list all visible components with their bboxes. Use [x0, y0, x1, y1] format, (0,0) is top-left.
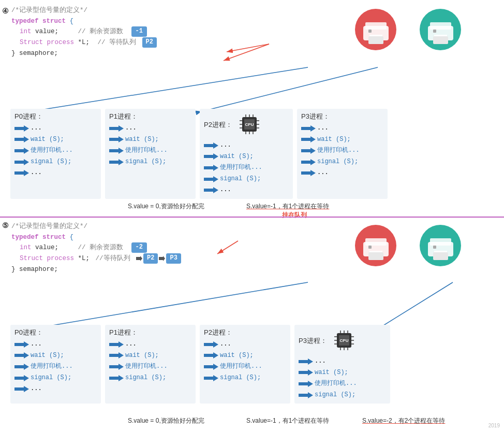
svg-marker-56	[136, 256, 142, 261]
process-code-p3-5: ... wait (S); 使用打印机... signal (S);	[299, 356, 386, 400]
code-comment-5: /*记录型信号量的定义*/	[11, 221, 181, 232]
svg-marker-50	[204, 187, 218, 193]
svg-rect-60	[365, 238, 387, 246]
svg-rect-21	[434, 35, 447, 36]
svg-rect-69	[434, 251, 447, 252]
section-num-4: ④	[2, 7, 9, 15]
svg-marker-55	[301, 170, 316, 176]
svg-marker-29	[109, 148, 124, 154]
svg-text:CPU: CPU	[245, 122, 254, 127]
svg-line-3	[227, 44, 269, 52]
code-block-4: /*记录型信号量的定义*/ typedef struct { int value…	[11, 5, 157, 59]
svg-marker-70	[14, 341, 29, 348]
svg-marker-74	[14, 386, 29, 392]
code-line2-4: Struct process *L; // 等待队列 P2	[11, 37, 157, 48]
processes-row-5: P0进程： ... wait (S); 使用打印机... signal (S);…	[10, 325, 390, 404]
printer-idle-4	[419, 8, 463, 53]
code-comment-4: /*记录型信号量的定义*/	[11, 5, 157, 16]
svg-marker-101	[299, 392, 313, 398]
printer-busy-4	[354, 8, 398, 53]
svg-marker-27	[109, 125, 124, 132]
svg-rect-68	[433, 246, 436, 249]
svg-marker-100	[299, 381, 313, 387]
status-4-1: S.value = 0,资源恰好分配完	[128, 202, 204, 211]
status-5-1: S.value = 0,资源恰好分配完	[128, 416, 204, 425]
proc-line: ...	[14, 123, 97, 134]
svg-marker-78	[109, 375, 124, 381]
proc-line: ...	[301, 167, 383, 179]
svg-marker-53	[301, 148, 316, 154]
process-col-p3-4: P3进程： ... wait (S); 使用打印机...	[297, 109, 388, 199]
proc-line: 使用打印机...	[109, 145, 191, 156]
svg-marker-81	[204, 364, 218, 370]
svg-marker-52	[301, 136, 316, 142]
proc-line: wait (S);	[109, 134, 191, 146]
svg-marker-77	[109, 364, 124, 370]
svg-marker-54	[301, 159, 316, 165]
svg-marker-28	[109, 136, 124, 142]
process-col-p0-5: P0进程： ... wait (S); 使用打印机... signal (S);…	[10, 325, 101, 404]
code-line2-5: Struct process *L; //等待队列 P2 P3	[11, 253, 181, 264]
proc-line: 使用打印机...	[301, 145, 383, 156]
svg-rect-13	[368, 36, 383, 44]
process-code-p2-4: ... wait (S); 使用打印机... signal (S);	[204, 140, 289, 196]
proc-line: signal (S);	[109, 156, 191, 168]
process-col-p1-4: P1进程： ... wait (S); 使用打印机...	[105, 109, 196, 199]
code-line1-4: int value; // 剩余资源数 -1	[11, 26, 157, 37]
proc-line: ...	[204, 140, 289, 151]
svg-marker-30	[109, 159, 124, 165]
code-keyword-4: typedef struct {	[11, 16, 157, 27]
svg-marker-99	[299, 369, 313, 376]
code-keyword-5: typedef struct {	[11, 232, 181, 243]
svg-rect-61	[368, 252, 383, 260]
process-title-p0-4: P0进程：	[14, 112, 97, 121]
svg-marker-25	[14, 159, 29, 165]
section-num-5: ⑤	[2, 221, 9, 229]
process-code-p1-4: ... wait (S); 使用打印机... signal (S);	[109, 123, 191, 167]
svg-line-9	[378, 282, 453, 329]
svg-rect-19	[433, 36, 448, 44]
svg-rect-67	[433, 252, 448, 260]
svg-marker-26	[14, 170, 29, 176]
code-line3-4: } semaphore;	[11, 48, 157, 59]
watermark: 2019	[488, 423, 500, 428]
svg-line-8	[31, 282, 308, 329]
proc-line: ...	[109, 123, 191, 134]
svg-rect-63	[369, 251, 382, 252]
svg-marker-57	[159, 256, 165, 261]
printer-idle-5	[419, 224, 463, 269]
svg-marker-72	[14, 364, 29, 370]
process-code-p3-4: ... wait (S); 使用打印机... signal (S);	[301, 123, 383, 179]
svg-marker-47	[204, 153, 218, 160]
proc-line: signal (S);	[204, 174, 289, 185]
svg-rect-14	[368, 30, 372, 33]
svg-marker-80	[204, 352, 218, 358]
svg-marker-49	[204, 176, 218, 182]
svg-marker-76	[109, 352, 124, 358]
section-divider	[0, 217, 504, 218]
svg-marker-23	[14, 136, 29, 142]
svg-marker-51	[301, 125, 316, 132]
proc-line: signal (S);	[14, 156, 97, 168]
status-5-3: S.value=-2，有2个进程在等待	[362, 416, 445, 425]
svg-marker-75	[109, 341, 124, 348]
svg-rect-20	[433, 30, 436, 33]
proc-line: 使用打印机...	[204, 162, 289, 174]
svg-rect-18	[430, 22, 451, 30]
svg-line-7	[217, 241, 238, 254]
proc-line: ...	[14, 167, 97, 179]
proc-line: ...	[301, 123, 383, 134]
svg-marker-24	[14, 148, 29, 154]
svg-marker-82	[204, 375, 218, 381]
proc-line: ...	[204, 184, 289, 196]
status-5-2: S.value=-1，有1个进程在等待	[246, 416, 329, 425]
svg-line-5	[31, 67, 308, 111]
svg-marker-79	[204, 341, 218, 348]
printer-busy-5	[354, 224, 398, 269]
proc-line: 使用打印机...	[14, 145, 97, 156]
process-title-p0-5: P0进程：	[14, 328, 97, 337]
process-col-p1-5: P1进程： ... wait (S); 使用打印机... signal (S);	[105, 325, 196, 404]
svg-rect-15	[369, 35, 382, 36]
svg-text:CPU: CPU	[339, 338, 348, 343]
proc-line: wait (S);	[204, 151, 289, 163]
